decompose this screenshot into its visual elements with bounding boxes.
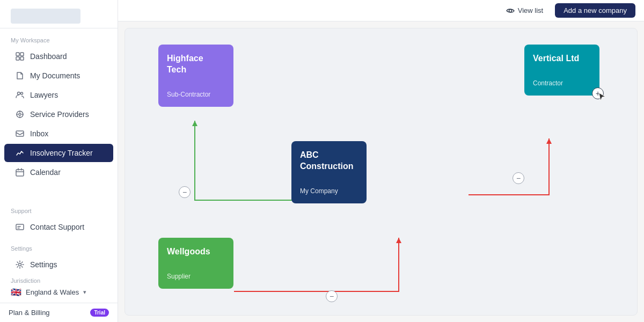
sidebar-item-dashboard[interactable]: Dashboard [4, 47, 113, 65]
card-title: Highface Tech [167, 53, 225, 76]
support-label: Support [0, 199, 118, 217]
jurisdiction-name: England & Wales [26, 288, 79, 296]
service-providers-icon [15, 109, 25, 119]
svg-point-6 [19, 113, 21, 115]
logo-image [11, 9, 80, 24]
sidebar-item-label: Dashboard [30, 52, 67, 61]
settings-section-label: Settings [0, 237, 118, 255]
card-subtitle: Contractor [533, 79, 591, 87]
sidebar-item-settings[interactable]: Settings [4, 255, 113, 274]
top-bar: View list Add a new company [118, 0, 644, 21]
plan-billing-section[interactable]: Plan & Billing Trial [0, 303, 118, 322]
svg-rect-10 [16, 224, 24, 230]
remove-connection-left-button[interactable]: − [179, 186, 191, 198]
card-title: ABC Construction [300, 150, 358, 172]
eye-icon [506, 6, 515, 15]
contact-support-icon [15, 222, 25, 232]
card-subtitle: My Company [300, 187, 358, 195]
main-content: View list Add a new company Highface Tec… [118, 0, 644, 322]
svg-point-12 [509, 9, 511, 12]
sidebar-item-label: Insolvency Tracker [30, 149, 93, 157]
calendar-icon [15, 167, 25, 177]
svg-marker-13 [192, 121, 197, 126]
plan-label: Plan & Billing [9, 309, 50, 317]
jurisdiction-section: Jurisdiction 🇬🇧 England & Wales ▾ [0, 274, 118, 303]
lawyers-icon [15, 90, 25, 100]
card-vertical-ltd[interactable]: Vertical Ltd Contractor [524, 45, 599, 96]
card-title: Vertical Ltd [533, 53, 591, 64]
sidebar-item-insolvency-tracker[interactable]: Insolvency Tracker [4, 144, 113, 162]
svg-rect-0 [16, 53, 19, 56]
svg-rect-1 [20, 53, 24, 56]
sidebar-item-label: Inbox [30, 129, 48, 138]
chevron-down-icon: ▾ [83, 289, 86, 296]
sidebar-item-service-providers[interactable]: Service Providers [4, 105, 113, 123]
add-connection-button[interactable]: + [592, 87, 604, 99]
flag-icon: 🇬🇧 [11, 287, 21, 297]
sidebar-item-inbox[interactable]: Inbox [4, 125, 113, 143]
inbox-icon [15, 129, 25, 138]
sidebar-item-label: Settings [30, 260, 57, 269]
settings-icon [15, 260, 25, 269]
sidebar-item-label: Lawyers [30, 91, 58, 99]
card-highface-tech[interactable]: Highface Tech Sub-Contractor [158, 45, 233, 107]
view-list-button[interactable]: View list [501, 4, 548, 17]
svg-point-5 [21, 92, 23, 94]
sidebar-item-contact-support[interactable]: Contact Support [4, 218, 113, 236]
card-title: Wellgoods [167, 246, 225, 258]
card-subtitle: Sub-Contractor [167, 91, 225, 98]
sidebar-logo-area [0, 0, 118, 28]
card-abc-construction[interactable]: ABC Construction My Company [291, 141, 367, 203]
svg-marker-15 [546, 138, 552, 144]
jurisdiction-label: Jurisdiction [11, 277, 107, 284]
sidebar-item-label: Contact Support [30, 223, 84, 231]
sidebar-item-documents[interactable]: My Documents [4, 67, 113, 85]
sidebar-item-calendar[interactable]: Calendar [4, 163, 113, 181]
svg-marker-14 [396, 238, 401, 243]
remove-connection-bottom-button[interactable]: − [326, 290, 338, 302]
trial-badge: Trial [90, 309, 109, 317]
svg-rect-3 [20, 57, 24, 60]
dashboard-icon [15, 52, 25, 61]
svg-point-11 [19, 264, 21, 266]
documents-icon [15, 71, 25, 80]
insolvency-tracker-icon [15, 148, 25, 158]
card-subtitle: Supplier [167, 273, 225, 280]
card-wellgoods[interactable]: Wellgoods Supplier [158, 238, 233, 289]
sidebar-item-label: Calendar [30, 168, 61, 177]
add-company-button[interactable]: Add a new company [555, 3, 635, 18]
jurisdiction-selector[interactable]: 🇬🇧 England & Wales ▾ [11, 287, 107, 297]
svg-point-4 [18, 92, 20, 95]
sidebar: My Workspace Dashboard My Documents Lawy… [0, 0, 118, 322]
sidebar-item-label: Service Providers [30, 110, 89, 119]
sidebar-item-lawyers[interactable]: Lawyers [4, 86, 113, 104]
workspace-label: My Workspace [0, 28, 118, 47]
view-list-label: View list [518, 6, 543, 14]
sidebar-item-label: My Documents [30, 71, 80, 80]
diagram-canvas[interactable]: Highface Tech Sub-Contractor Vertical Lt… [125, 28, 638, 316]
svg-rect-9 [16, 170, 24, 176]
remove-connection-right-button[interactable]: − [513, 172, 524, 184]
svg-rect-2 [16, 57, 19, 60]
